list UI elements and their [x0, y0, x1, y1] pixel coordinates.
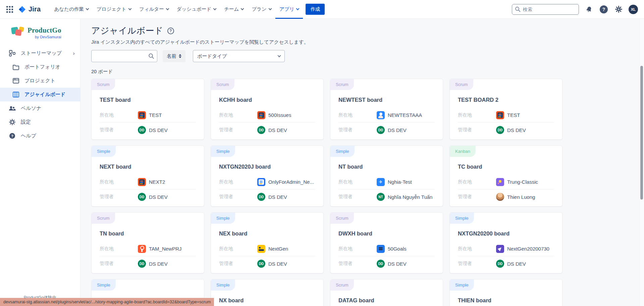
- board-title[interactable]: DATAG board: [338, 297, 435, 304]
- project-name[interactable]: Nghia-Test: [388, 179, 412, 185]
- board-card[interactable]: Simple NX board 所在地 NextGenScrum: [211, 279, 324, 306]
- admin-name: DS DEV: [507, 261, 526, 267]
- board-title[interactable]: NX board: [219, 297, 315, 304]
- project-name[interactable]: NEWTESTAAA: [388, 112, 422, 118]
- board-title[interactable]: TEST board: [100, 97, 196, 103]
- chevron-right-icon: ›: [73, 50, 75, 56]
- board-card[interactable]: Simple NXTGN2020J board 所在地 OnlyForAdmin…: [211, 145, 324, 207]
- board-card[interactable]: Scrum TEST BOARD 2 所在地 TEST 管理者 DD DS DE…: [449, 79, 562, 140]
- board-title[interactable]: KCHH board: [219, 97, 315, 103]
- board-card[interactable]: Scrum NEWTEST board 所在地 NEWTESTAAA 管理者 D…: [330, 79, 443, 140]
- sidebar-menu: ストーリーマップ › ポートフォリオ › プロジェクト › アジャイルボード ›…: [0, 46, 80, 143]
- notifications-bell-icon[interactable]: [584, 5, 594, 14]
- help-icon: ?: [8, 132, 16, 140]
- jira-logo[interactable]: Jira: [18, 5, 41, 13]
- admin-label: 管理者: [338, 194, 377, 200]
- nav-menu-item-ダッシュボード[interactable]: ダッシュボード: [173, 0, 220, 19]
- admin-avatar: DD: [138, 126, 146, 134]
- nav-menu-item-チーム[interactable]: チーム: [220, 0, 248, 19]
- board-card[interactable]: Scrum TN board 所在地 TAM_NewPRJ 管理者 DD DS …: [91, 212, 204, 273]
- admin-avatar: DD: [138, 260, 146, 268]
- admin-label: 管理者: [338, 261, 377, 267]
- location-label: 所在地: [219, 112, 257, 118]
- user-avatar[interactable]: XL: [629, 5, 638, 14]
- project-avatar-icon: [377, 178, 385, 186]
- board-title[interactable]: DWXH board: [338, 230, 435, 237]
- app-switcher-icon[interactable]: [5, 5, 14, 14]
- help-icon[interactable]: ?: [599, 5, 608, 14]
- board-card[interactable]: Simple NT board 所在地 Nghia-Test 管理者 NT Ng…: [330, 145, 443, 207]
- project-name[interactable]: OnlyForAdmin_Ne...: [268, 179, 314, 185]
- sidebar-item-アジャイルボード[interactable]: アジャイルボード ›: [0, 88, 80, 101]
- nav-menu-item-プラン[interactable]: プラン: [248, 0, 275, 19]
- location-label: 所在地: [100, 179, 138, 185]
- svg-text:?: ?: [11, 134, 13, 138]
- scrollbar-track[interactable]: [639, 19, 644, 306]
- jira-mark-icon: [18, 5, 26, 13]
- board-title[interactable]: NXTGN2020J board: [219, 164, 315, 170]
- productgo-brand: ProductGo by DevSamurai: [0, 24, 80, 40]
- board-card[interactable]: Scrum DWXH board 所在地 50Goals 管理者 DD DS D…: [330, 212, 443, 273]
- board-title[interactable]: TEST BOARD 2: [458, 97, 554, 103]
- nav-menu-item-プロジェクト[interactable]: プロジェクト: [93, 0, 135, 19]
- location-label: 所在地: [338, 179, 377, 185]
- nav-menu-item-アプリ[interactable]: アプリ: [275, 0, 303, 19]
- location-label: 所在地: [458, 246, 496, 252]
- admin-name: Nghĩa Nguyễn Tuấn: [388, 194, 432, 200]
- board-title[interactable]: TC board: [458, 164, 554, 170]
- sidebar-item-ストーリーマップ[interactable]: ストーリーマップ ›: [0, 46, 80, 60]
- project-name[interactable]: 50Goals: [388, 246, 407, 252]
- sort-arrows-icon: [179, 54, 181, 58]
- board-card[interactable]: Simple NEXT board 所在地 NEXT2 管理者 DD DS DE…: [91, 145, 204, 207]
- folder-icon: [12, 63, 19, 71]
- title-help-icon[interactable]: ?: [167, 28, 174, 34]
- project-name[interactable]: NextGen: [268, 246, 288, 252]
- project-name[interactable]: 500Issues: [268, 112, 291, 118]
- scrollbar-thumb[interactable]: [640, 66, 643, 200]
- filter-bar: 名前 ボードタイプ: [91, 50, 633, 62]
- project-name[interactable]: NEXT2: [149, 179, 165, 185]
- board-search-input[interactable]: [91, 50, 157, 62]
- settings-gear-icon[interactable]: [614, 5, 623, 14]
- nav-menu-item-あなたの作業[interactable]: あなたの作業: [50, 0, 92, 19]
- board-title[interactable]: NEXT board: [100, 164, 196, 170]
- project-name[interactable]: TEST: [149, 112, 162, 118]
- board-title[interactable]: NEX board: [219, 230, 315, 237]
- sidebar-item-プロジェクト[interactable]: プロジェクト ›: [0, 74, 80, 88]
- board-card[interactable]: Scrum DATAG board 所在地 Dat AgileBoard: [330, 279, 443, 306]
- storymap-icon: [8, 50, 16, 57]
- board-title[interactable]: TN board: [100, 230, 196, 237]
- sidebar-item-設定[interactable]: 設定 ›: [0, 115, 80, 129]
- sidebar-item-ポートフォリオ[interactable]: ポートフォリオ ›: [0, 60, 80, 74]
- admin-name: DS DEV: [268, 261, 287, 267]
- sidebar-item-ヘルプ[interactable]: ? ヘルプ ›: [0, 129, 80, 143]
- board-grid: Scrum TEST board 所在地 TEST 管理者 DD DS DEV …: [91, 79, 633, 306]
- board-card[interactable]: Simple NEX board 所在地 NextGen 管理者 DD DS D…: [211, 212, 324, 273]
- board-card[interactable]: Kanban TC board 所在地 Trung-Classic 管理者 Th…: [449, 145, 562, 207]
- sort-by-name-button[interactable]: 名前: [163, 50, 185, 62]
- board-title[interactable]: NEWTEST board: [338, 97, 435, 103]
- project-name[interactable]: TEST: [507, 112, 520, 118]
- sidebar-item-ペルソナ[interactable]: ペルソナ ›: [0, 101, 80, 115]
- nav-menu-item-フィルター[interactable]: フィルター: [135, 0, 173, 19]
- search-icon: [515, 6, 521, 12]
- board-title[interactable]: NT board: [338, 164, 435, 170]
- status-url-tooltip: devsamurai-stg.atlassian.net/plugins/ser…: [0, 298, 214, 306]
- project-name[interactable]: NextGen20200730: [507, 246, 549, 252]
- project-name[interactable]: TAM_NewPRJ: [149, 246, 181, 252]
- admin-avatar: DD: [377, 260, 385, 268]
- board-type-select[interactable]: ボードタイプ: [193, 50, 285, 62]
- board-title[interactable]: NXTGN20200 board: [458, 230, 554, 237]
- project-name[interactable]: Trung-Classic: [507, 179, 538, 185]
- board-title[interactable]: THIEN board: [458, 297, 554, 304]
- project-avatar-icon: [138, 245, 146, 253]
- board-card[interactable]: Simple THIEN board 所在地 Thien-Test: [449, 279, 562, 306]
- board-card[interactable]: Scrum KCHH board 所在地 500Issues 管理者 DD DS…: [211, 79, 324, 140]
- global-search-input[interactable]: [512, 4, 579, 15]
- board-card[interactable]: Scrum TEST board 所在地 TEST 管理者 DD DS DEV: [91, 79, 204, 140]
- board-card[interactable]: Simple NXTGN20200 board 所在地 NextGen20200…: [449, 212, 562, 273]
- location-label: 所在地: [219, 246, 257, 252]
- create-button[interactable]: 作成: [306, 4, 325, 15]
- nav-menu: あなたの作業 プロジェクト フィルター ダッシュボード チーム プラン アプリ: [50, 0, 303, 19]
- sidebar: ProductGo by DevSamurai ストーリーマップ › ポートフォ…: [0, 19, 80, 306]
